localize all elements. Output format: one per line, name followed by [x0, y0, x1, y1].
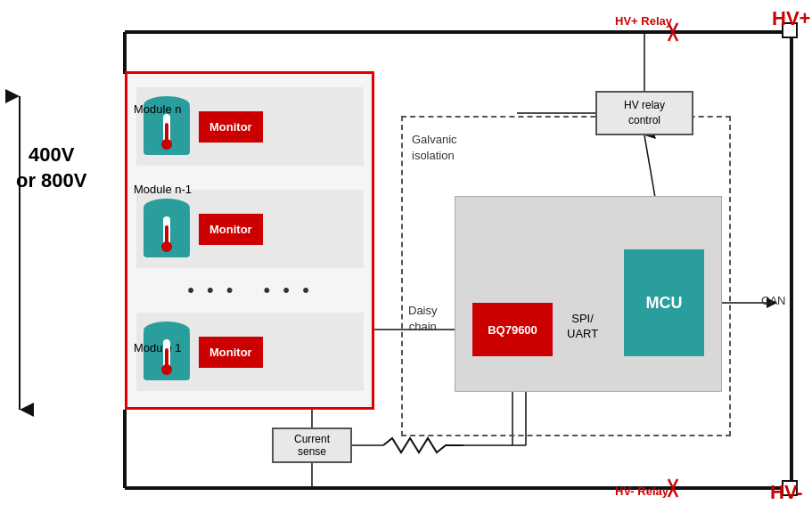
can-label: CAN	[761, 294, 785, 307]
hv-plus-relay-label: HV+ Relay	[615, 14, 672, 28]
spi-uart-label: SPI/ UART	[567, 312, 598, 342]
dots-row: • • • • • •	[136, 272, 364, 309]
svg-line-15	[668, 479, 677, 497]
current-sense-box: Current sense	[272, 428, 352, 463]
hv-minus-label: HV-	[770, 481, 803, 504]
voltage-label: 400V or 800V	[16, 142, 87, 193]
daisy-chain-label: Daisy chain	[408, 303, 438, 335]
module-n-row: Monitor	[136, 87, 364, 166]
diagram-container: 400V or 800V Monitor Monitor	[0, 0, 812, 513]
hv-plus-label: HV+	[772, 7, 810, 30]
monitor-n1: Monitor	[199, 214, 263, 245]
monitor-n: Monitor	[199, 111, 263, 142]
hv-relay-control: HV relay control	[595, 91, 693, 135]
battery-n1	[144, 199, 190, 259]
mcu-box: MCU	[624, 249, 704, 356]
monitor-1: Monitor	[199, 337, 263, 368]
module-n-label: Module n	[134, 102, 181, 116]
galvanic-label: Galvanic isolation	[412, 132, 457, 164]
module-1-label: Module 1	[134, 341, 181, 354]
module-box: Monitor Monitor • • • • • •	[125, 71, 374, 410]
module-n1-label: Module n-1	[134, 183, 192, 196]
module-n1-row: Monitor	[136, 190, 364, 268]
svg-line-14	[668, 479, 677, 497]
hv-minus-relay-label: HV- Relay	[615, 484, 668, 498]
bq79600-box: BQ79600	[472, 303, 553, 356]
